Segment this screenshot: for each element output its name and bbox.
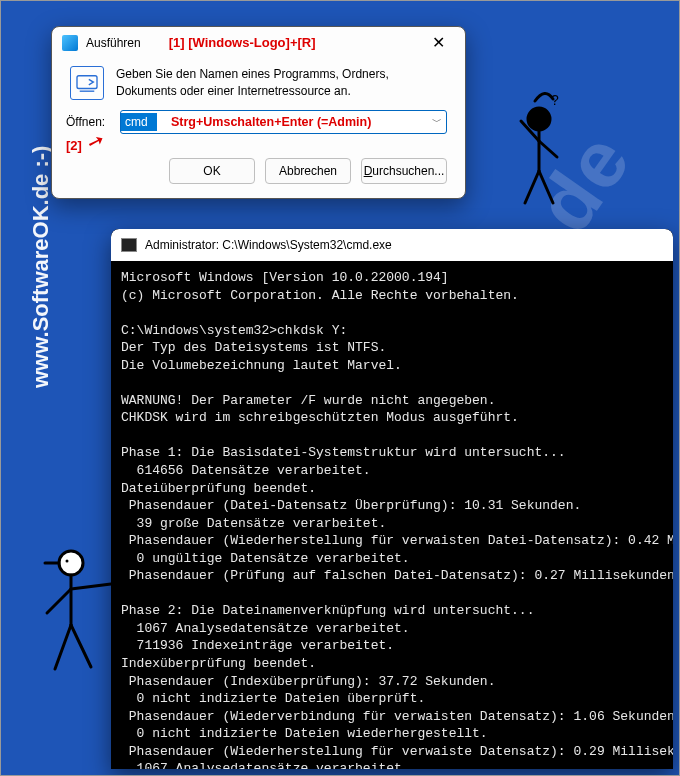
run-title: Ausführen: [86, 36, 141, 50]
run-dialog: Ausführen [1] [Windows-Logo]+[R] ✕ Geben…: [51, 26, 466, 199]
ok-button[interactable]: OK: [169, 158, 255, 184]
close-button[interactable]: ✕: [420, 33, 457, 52]
terminal-content[interactable]: Microsoft Windows [Version 10.0.22000.19…: [111, 261, 673, 769]
run-body: Geben Sie den Namen eines Programms, Ord…: [52, 56, 465, 106]
input-hint-annotation: Strg+Umschalten+Enter (=Admin): [171, 115, 371, 129]
svg-text:?: ?: [551, 92, 559, 108]
run-title-icon: [62, 35, 78, 51]
terminal-window: Administrator: C:\Windows\System32\cmd.e…: [111, 229, 673, 769]
cmd-icon: [121, 238, 137, 252]
run-buttons: OK Abbrechen Durchsuchen...: [52, 154, 465, 198]
annotation-1: [1] [Windows-Logo]+[R]: [169, 35, 316, 50]
run-combobox[interactable]: Strg+Umschalten+Enter (=Admin) ﹀: [120, 110, 447, 134]
svg-point-4: [66, 560, 69, 563]
svg-point-1: [528, 108, 550, 130]
chevron-down-icon[interactable]: ﹀: [432, 115, 442, 129]
terminal-titlebar: Administrator: C:\Windows\System32\cmd.e…: [111, 229, 673, 261]
annotation-2: [2]: [66, 138, 82, 153]
svg-point-3: [59, 551, 83, 575]
open-label: Öffnen:: [66, 115, 110, 129]
run-input-row: Öffnen: Strg+Umschalten+Enter (=Admin) ﹀: [52, 106, 465, 136]
run-titlebar: Ausführen [1] [Windows-Logo]+[R] ✕: [52, 27, 465, 56]
browse-button[interactable]: Durchsuchen...: [361, 158, 447, 184]
terminal-title: Administrator: C:\Windows\System32\cmd.e…: [145, 238, 392, 252]
run-description: Geben Sie den Namen eines Programms, Ord…: [116, 66, 447, 100]
cancel-button[interactable]: Abbrechen: [265, 158, 351, 184]
run-app-icon: [70, 66, 104, 100]
run-input[interactable]: [121, 113, 157, 131]
stick-figure-icon: ?: [501, 91, 571, 211]
